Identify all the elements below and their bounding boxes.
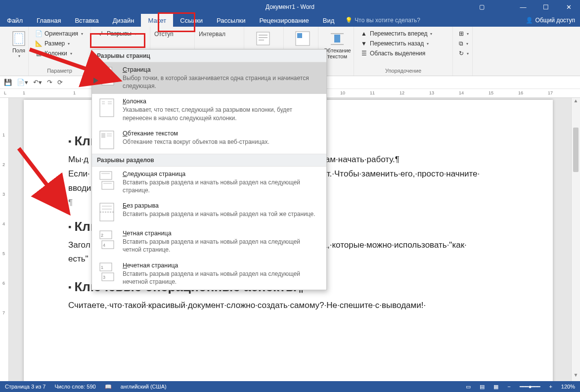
dropdown-section-page-breaks: Разрывы страниц	[92, 49, 326, 62]
lightbulb-icon: 💡	[345, 17, 353, 24]
save-icon[interactable]: 💾	[4, 79, 12, 86]
svg-text:4: 4	[103, 243, 105, 248]
wrap-text-button[interactable]: Обтекание текстом	[322, 29, 352, 61]
next-page-icon	[98, 171, 116, 190]
odd-page-icon: 13	[98, 262, 116, 282]
even-page-icon: 24	[98, 230, 116, 250]
break-text-wrap-item[interactable]: Обтекание текстомОбтекание текста вокруг…	[92, 126, 326, 154]
orientation-icon: 📄	[35, 30, 43, 38]
break-odd-page-item[interactable]: 13 Нечетная страницаВставить разрыв разд…	[92, 258, 326, 290]
share-label: Общий доступ	[535, 17, 575, 24]
zoom-level[interactable]: 120%	[561, 384, 575, 390]
scrollbar-thumb[interactable]	[573, 128, 579, 172]
item-desc: Вставить разрыв раздела и начать новый р…	[123, 238, 320, 254]
paragraph-icon	[255, 31, 271, 46]
scroll-up-icon[interactable]: ▲	[572, 98, 580, 107]
bring-forward-button[interactable]: ▲Переместить вперед▾	[358, 29, 448, 39]
size-icon: 📐	[35, 40, 43, 47]
view-print-layout-icon[interactable]: ▤	[480, 384, 485, 390]
redo-icon[interactable]: ↷	[47, 79, 52, 86]
status-page[interactable]: Страница 3 из 7	[5, 384, 45, 390]
svg-rect-7	[297, 33, 302, 38]
view-web-layout-icon[interactable]: ▦	[493, 384, 498, 390]
align-icon: ⊞	[459, 30, 464, 38]
group-button[interactable]: ⧉▾	[457, 39, 468, 48]
item-title: ледующая страница	[127, 171, 185, 177]
bring-forward-label: Переместить вперед	[370, 30, 427, 37]
item-title: олонка	[126, 98, 146, 105]
vertical-scrollbar[interactable]: ▲ ▼	[571, 98, 580, 381]
tab-references[interactable]: Ссылки	[173, 14, 210, 27]
proofing-icon[interactable]: 📖	[105, 384, 112, 390]
sync-icon[interactable]: ⟳	[57, 79, 63, 86]
size-label: Размер	[45, 40, 65, 47]
item-desc: Указывает, что текст, следующий за разры…	[123, 106, 320, 122]
page-break-icon	[98, 66, 116, 86]
tab-review[interactable]: Рецензирование	[252, 14, 315, 27]
tab-design[interactable]: Дизайн	[106, 14, 141, 27]
breaks-icon: ↲	[97, 30, 105, 38]
break-even-page-item[interactable]: 24 Четная страницаВставить разрыв раздел…	[92, 226, 326, 258]
rotate-icon: ↻	[459, 49, 464, 57]
rotate-button[interactable]: ↻▾	[457, 48, 468, 58]
tab-view[interactable]: Вид	[316, 14, 342, 27]
svg-rect-26	[100, 203, 114, 221]
size-button[interactable]: 📐Размер▾	[33, 39, 87, 48]
window-title: Документ1 - Word	[0, 3, 580, 10]
selection-pane-icon: ☰	[360, 49, 368, 57]
zoom-in-icon[interactable]: +	[549, 384, 552, 390]
tab-layout[interactable]: Макет	[141, 14, 173, 27]
send-backward-button[interactable]: ▼Переместить назад▾	[358, 39, 448, 48]
qat-item[interactable]: 📄▾	[17, 79, 28, 86]
column-break-icon	[98, 98, 116, 118]
indent-heading: Отступ	[154, 29, 190, 38]
tab-file[interactable]: Файл	[0, 14, 30, 27]
share-icon: 👤	[526, 17, 533, 24]
item-desc: Вставить разрыв раздела и начать новый р…	[123, 178, 320, 194]
scroll-down-icon[interactable]: ▼	[572, 372, 580, 381]
break-continuous-item[interactable]: Без разрываВставить разрыв раздела и нач…	[92, 198, 326, 226]
item-desc: Вставить разрыв раздела и начать новый р…	[123, 210, 315, 218]
tab-home[interactable]: Главная	[30, 14, 68, 27]
title-bar: Документ1 - Word ▢ — ☐ ✕	[0, 0, 580, 14]
tab-insert[interactable]: Вставка	[68, 14, 105, 27]
zoom-slider[interactable]: ━━━●━━━	[520, 384, 540, 390]
margins-label: Поля	[12, 47, 25, 53]
view-read-mode-icon[interactable]: ▭	[466, 384, 471, 390]
align-button[interactable]: ⊞▾	[457, 29, 468, 39]
send-backward-icon: ▼	[360, 40, 368, 47]
break-page-item[interactable]: СтраницаВыбор точки, в которой заканчива…	[92, 62, 326, 94]
ribbon-tabs: Файл Главная Вставка Дизайн Макет Ссылки…	[0, 14, 580, 27]
vertical-ruler[interactable]: 1 2 3 4 5 6 7	[0, 98, 9, 381]
text-wrap-break-icon	[98, 130, 116, 150]
status-bar: Страница 3 из 7 Число слов: 590 📖 англий…	[0, 381, 580, 392]
columns-button[interactable]: ▤Колонки▾	[33, 48, 87, 58]
wrap-text-label: Обтекание текстом	[323, 47, 351, 59]
undo-icon[interactable]: ↶▾	[33, 79, 42, 86]
breaks-dropdown: Разрывы страниц СтраницаВыбор точки, в к…	[91, 49, 327, 290]
break-next-page-item[interactable]: Следующая страницаВставить разрыв раздел…	[92, 167, 326, 198]
maximize-button[interactable]: ☐	[535, 0, 557, 14]
tab-mailings[interactable]: Рассылки	[210, 14, 252, 27]
paragraph[interactable]: Считаете,·что·такой·красивый·документ·сл…	[68, 299, 508, 313]
columns-icon: ▤	[35, 49, 43, 57]
selection-pane-button[interactable]: ☰Область выделения	[358, 48, 448, 58]
minimize-button[interactable]: —	[512, 0, 535, 14]
ribbon-display-options[interactable]: ▢	[474, 0, 489, 14]
item-desc: Обтекание текста вокруг объектов на веб-…	[123, 138, 269, 146]
zoom-out-icon[interactable]: −	[507, 384, 510, 390]
orientation-label: Ориентация	[45, 30, 78, 37]
breaks-button[interactable]: ↲Разрывы▾	[95, 29, 146, 39]
break-column-item[interactable]: КолонкаУказывает, что текст, следующий з…	[92, 94, 326, 126]
close-button[interactable]: ✕	[557, 0, 580, 14]
share-button[interactable]: 👤 Общий доступ	[521, 14, 580, 27]
columns-label: Колонки	[45, 50, 67, 57]
svg-text:1: 1	[101, 265, 103, 270]
status-language[interactable]: английский (США)	[121, 384, 167, 390]
item-title: ез разрыва	[127, 202, 159, 209]
status-word-count[interactable]: Число слов: 590	[54, 384, 95, 390]
orientation-button[interactable]: 📄Ориентация▾	[33, 29, 87, 39]
tell-me[interactable]: 💡 Что вы хотите сделать?	[341, 14, 521, 27]
position-icon	[295, 31, 311, 46]
send-backward-label: Переместить назад	[370, 40, 424, 47]
